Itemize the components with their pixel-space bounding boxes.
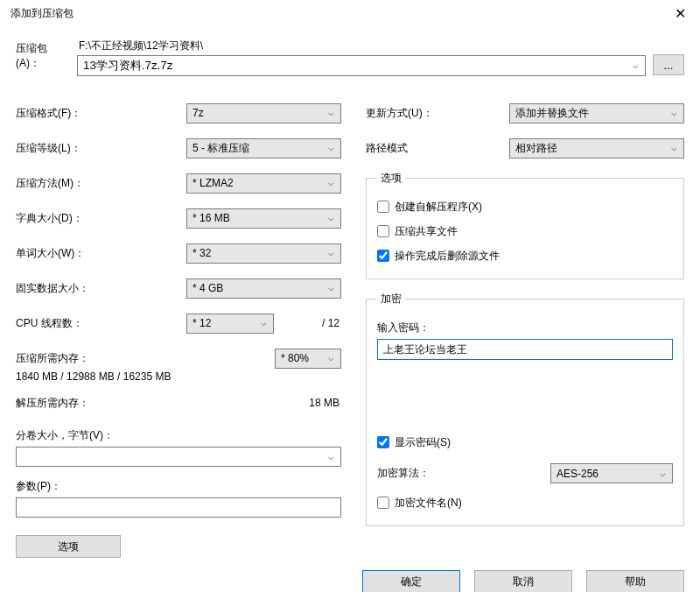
password-input[interactable]: [377, 339, 673, 360]
cpu-total: / 12: [322, 317, 341, 329]
left-options-button[interactable]: 选项: [16, 535, 121, 558]
update-select[interactable]: 添加并替换文件: [509, 103, 684, 123]
enc-names-label: 加密文件名(N): [395, 496, 462, 511]
cancel-button[interactable]: 取消: [474, 570, 572, 592]
enc-alg-select[interactable]: AES-256: [550, 463, 673, 483]
word-select[interactable]: * 32: [186, 243, 341, 264]
cpu-label: CPU 线程数：: [16, 316, 186, 331]
method-select[interactable]: * LZMA2: [186, 173, 341, 194]
volume-label: 分卷大小，字节(V)：: [16, 428, 341, 443]
ok-button[interactable]: 确定: [362, 570, 460, 592]
format-label: 压缩格式(F)：: [16, 106, 186, 121]
archive-filename-input[interactable]: [77, 55, 646, 76]
word-label: 单词大小(W)：: [16, 246, 186, 261]
pathmode-select[interactable]: 相对路径: [509, 138, 684, 159]
browse-button[interactable]: ...: [653, 54, 684, 75]
params-label: 参数(P)：: [16, 479, 341, 494]
solid-select[interactable]: * 4 GB: [186, 278, 341, 299]
enc-names-checkbox[interactable]: [377, 497, 389, 509]
dict-select[interactable]: * 16 MB: [186, 208, 341, 229]
encryption-group: 加密 输入密码： 显示密码(S) 加密算法： AES-256 加密文件名(N): [366, 292, 684, 526]
sfx-label: 创建自解压程序(X): [395, 200, 482, 215]
cpu-select[interactable]: * 12: [186, 314, 274, 334]
encryption-legend: 加密: [377, 292, 405, 307]
showpw-checkbox[interactable]: [377, 436, 389, 448]
password-label: 输入密码：: [377, 321, 673, 335]
showpw-label: 显示密码(S): [395, 435, 451, 450]
params-input[interactable]: [16, 497, 341, 518]
solid-label: 固实数据大小：: [16, 281, 186, 296]
volume-select[interactable]: [16, 447, 341, 467]
archive-label: 压缩包(A)：: [16, 41, 70, 76]
pathmode-label: 路径模式: [366, 141, 509, 156]
mem-decompress-value: 18 MB: [309, 397, 341, 409]
level-label: 压缩等级(L)：: [16, 141, 186, 156]
update-label: 更新方式(U)：: [366, 106, 509, 121]
enc-alg-label: 加密算法：: [377, 466, 430, 481]
share-checkbox[interactable]: [377, 225, 389, 237]
delete-checkbox[interactable]: [377, 250, 389, 262]
delete-label: 操作完成后删除源文件: [395, 249, 500, 264]
mem-compress-value: 1840 MB / 12988 MB / 16235 MB: [16, 370, 341, 383]
level-select[interactable]: 5 - 标准压缩: [186, 138, 341, 159]
dict-label: 字典大小(D)：: [16, 211, 186, 226]
method-label: 压缩方法(M)：: [16, 176, 186, 191]
share-label: 压缩共享文件: [395, 224, 458, 239]
window-title: 添加到压缩包: [10, 6, 74, 21]
options-group: 选项 创建自解压程序(X) 压缩共享文件 操作完成后删除源文件: [366, 171, 684, 279]
sfx-checkbox[interactable]: [377, 201, 389, 213]
close-icon[interactable]: ✕: [669, 5, 691, 22]
mem-compress-label: 压缩所需内存：: [16, 351, 89, 366]
archive-path: F:\不正经视频\12学习资料\: [77, 39, 646, 53]
help-button[interactable]: 帮助: [586, 570, 684, 592]
options-legend: 选项: [377, 171, 405, 186]
format-select[interactable]: 7z: [186, 103, 341, 123]
mem-decompress-label: 解压所需内存：: [16, 396, 89, 411]
mem-pct-select[interactable]: * 80%: [275, 349, 341, 369]
